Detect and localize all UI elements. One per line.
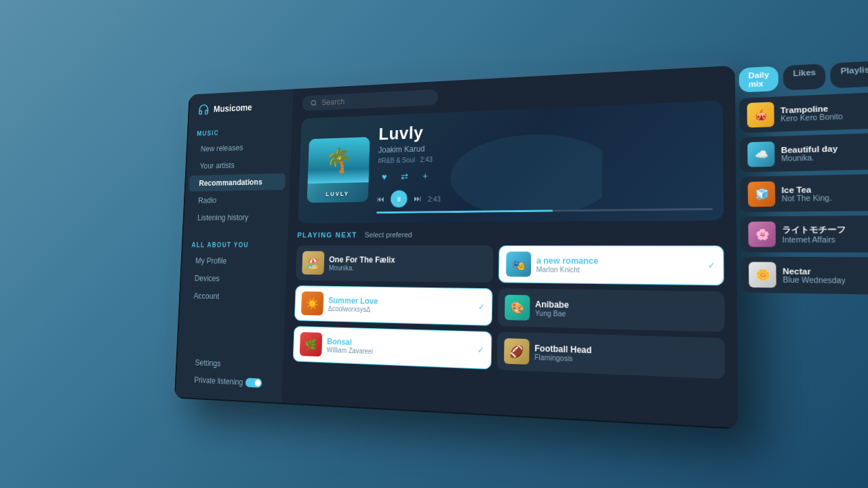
track-card-anibabe[interactable]: 🎨 Anibabe Yung Bae xyxy=(497,288,724,332)
song-thumb-beautiful-day: ☁️ xyxy=(747,142,774,167)
track-card-info-2: a new romance Marlon Knicht xyxy=(536,256,599,274)
song-item-beautiful-day[interactable]: ☁️ Beautiful day Mounika. xyxy=(740,133,868,173)
track-info: Luvly Joakim Karud #R&B & Soul 2:43 ♥ ⇄ … xyxy=(376,111,713,214)
album-art-label: LUVLY xyxy=(326,190,349,203)
song-thumb-ice-tea: 🧊 xyxy=(748,182,776,207)
track-thumb-anibabe: 🎨 xyxy=(505,295,530,321)
main-content: 🌴 LUVLY Luvly Joakim Karud #R&B & Soul 2… xyxy=(281,66,738,430)
card-artist-5: William Zavareei xyxy=(327,346,374,354)
track-duration-meta: 2:43 xyxy=(420,156,433,163)
song-thumb-nectar: 🌼 xyxy=(749,262,776,287)
track-card-football-head[interactable]: 🏈 Football Head Flamingosis xyxy=(496,331,725,379)
right-panel: Daily mix Likes Playlists 🎪 Trampoline K… xyxy=(739,58,868,439)
tab-daily-mix[interactable]: Daily mix xyxy=(739,66,779,92)
search-bar[interactable] xyxy=(302,89,438,111)
check-mark-5: ✓ xyxy=(477,345,484,355)
prev-button[interactable]: ⏮ xyxy=(376,195,384,204)
sidebar-item-radio[interactable]: Radio xyxy=(188,191,285,209)
song-artist-beautiful-day: Mounika. xyxy=(781,152,838,162)
song-item-ice-tea[interactable]: 🧊 Ice Tea Not The King. xyxy=(740,174,868,212)
select-prefered-label: Select prefered xyxy=(365,230,412,239)
song-item-nectar[interactable]: 🌼 Nectar Blue Wednesday xyxy=(741,257,868,295)
sidebar-item-your-artists[interactable]: Your artists xyxy=(189,156,285,175)
add-button[interactable]: + xyxy=(418,168,432,183)
track-thumb-a-new-romance: 🎭 xyxy=(506,251,531,277)
sidebar-item-my-profile[interactable]: My Profile xyxy=(185,253,283,270)
song-info-ice-tea: Ice Tea Not The King. xyxy=(781,184,831,203)
song-info-nectar: Nectar Blue Wednesday xyxy=(783,266,846,285)
playing-next-section: PLAYING NEXT Select prefered 🏖️ One For … xyxy=(281,229,738,429)
card-title-2: a new romance xyxy=(536,256,599,266)
progress-bar[interactable] xyxy=(376,208,713,214)
app-name: Musicome xyxy=(214,102,252,114)
card-artist: Mounika. xyxy=(329,264,395,272)
tab-likes[interactable]: Likes xyxy=(783,64,826,91)
track-thumb-bonsai: 🌿 xyxy=(300,332,323,357)
track-thumb-one-for-the-faelix: 🏖️ xyxy=(302,251,324,274)
track-title: Luvly xyxy=(378,111,712,144)
sidebar-item-listening-history[interactable]: Listening history xyxy=(187,209,284,226)
track-actions: ♥ ⇄ + xyxy=(377,161,712,184)
song-item-trampoline[interactable]: 🎪 Trampoline Kero Kero Bonito xyxy=(739,92,868,134)
tracks-grid: 🏖️ One For The Fælix Mounika. 🎭 a new ro… xyxy=(293,245,725,379)
app-window: Musicome MUSIC New releases Your artists… xyxy=(174,66,738,430)
card-title-3: Summer Love xyxy=(328,296,378,306)
card-title: One For The Fælix xyxy=(329,255,395,264)
track-card-info-6: Football Head Flamingosis xyxy=(534,343,592,363)
private-listening-toggle[interactable] xyxy=(245,378,262,388)
song-artist-nectar: Blue Wednesday xyxy=(783,275,846,284)
next-button[interactable]: ⏭ xyxy=(414,194,422,203)
track-card-summer-love[interactable]: ☀️ Summer Love ΔcoolworxsysΔ ✓ xyxy=(294,285,492,326)
now-playing-card: 🌴 LUVLY Luvly Joakim Karud #R&B & Soul 2… xyxy=(298,100,724,223)
check-mark-3: ✓ xyxy=(477,302,484,312)
track-thumb-summer-love: ☀️ xyxy=(301,291,323,316)
song-thumb-raito-mochif: 🌸 xyxy=(748,222,776,247)
song-item-raito-mochif[interactable]: 🌸 ライトモチーフ Internet Affairs xyxy=(741,216,868,253)
sidebar-item-account[interactable]: Account xyxy=(183,287,281,306)
track-card-info: One For The Fælix Mounika. xyxy=(329,255,395,272)
song-info-raito-mochif: ライトモチーフ Internet Affairs xyxy=(782,224,846,244)
song-title-ice-tea: Ice Tea xyxy=(781,184,831,194)
about-section-label: ALL ABOUT YOU xyxy=(181,237,288,253)
card-artist-3: ΔcoolworxsysΔ xyxy=(328,305,378,313)
playing-next-header: PLAYING NEXT Select prefered xyxy=(297,229,724,239)
progress-area: ⏮ ⏸ ⏭ 2:43 xyxy=(376,184,713,214)
search-icon xyxy=(311,99,317,107)
sidebar: Musicome MUSIC New releases Your artists… xyxy=(174,89,294,404)
song-artist-ice-tea: Not The King. xyxy=(782,193,832,202)
track-card-bonsai[interactable]: 🌿 Bonsai William Zavareei ✓ xyxy=(293,326,492,369)
sidebar-item-new-releases[interactable]: New releases xyxy=(191,138,287,158)
headphones-icon xyxy=(198,103,210,116)
sidebar-item-devices[interactable]: Devices xyxy=(184,270,281,288)
card-artist-4: Yung Bae xyxy=(535,309,569,318)
check-mark-2: ✓ xyxy=(707,260,715,270)
song-title-raito-mochif: ライトモチーフ xyxy=(782,224,846,236)
song-artist-raito-mochif: Internet Affairs xyxy=(782,236,846,244)
song-title-nectar: Nectar xyxy=(783,266,846,276)
private-listening-row: Private listening xyxy=(184,371,273,392)
song-title-beautiful-day: Beautiful day xyxy=(781,144,838,154)
tab-playlists[interactable]: Playlists xyxy=(831,60,868,88)
top-bar xyxy=(292,66,735,119)
playing-next-label: PLAYING NEXT xyxy=(297,231,357,239)
track-card-a-new-romance[interactable]: 🎭 a new romance Marlon Knicht ✓ xyxy=(498,245,724,285)
heart-button[interactable]: ♥ xyxy=(377,169,391,184)
tab-bar: Daily mix Likes Playlists xyxy=(739,58,868,93)
card-artist-2: Marlon Knicht xyxy=(536,265,599,273)
private-listening-label: Private listening xyxy=(194,375,243,387)
track-card-one-for-the-faelix[interactable]: 🏖️ One For The Fælix Mounika. xyxy=(296,245,493,283)
album-art: 🌴 LUVLY xyxy=(307,137,370,203)
sidebar-item-recommendations[interactable]: Recommandations xyxy=(189,174,285,192)
play-pause-button[interactable]: ⏸ xyxy=(391,190,408,207)
track-genre: #R&B & Soul xyxy=(378,157,415,165)
track-card-info-5: Bonsai William Zavareei xyxy=(327,336,374,354)
album-art-emoji: 🌴 xyxy=(324,146,353,174)
song-info-trampoline: Trampoline Kero Kero Bonito xyxy=(781,103,843,123)
track-thumb-football-head: 🏈 xyxy=(504,338,530,365)
card-title-4: Anibabe xyxy=(535,299,569,310)
search-input[interactable] xyxy=(321,93,429,107)
current-time: 2:43 xyxy=(428,196,441,203)
share-button[interactable]: ⇄ xyxy=(397,169,412,184)
track-card-info-3: Summer Love ΔcoolworxsysΔ xyxy=(328,296,378,313)
album-art-image: 🌴 xyxy=(308,137,370,184)
